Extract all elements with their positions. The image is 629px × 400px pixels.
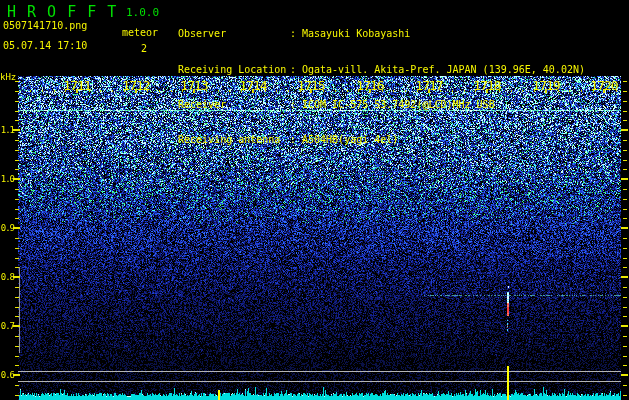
info-value: ICOM IC-575 53.7492(@LCD)MHz USB xyxy=(302,99,495,111)
app-title: H R O F F T xyxy=(7,3,117,21)
time-tick-label: 1720 xyxy=(590,78,617,93)
output-file-name: 0507141710.png xyxy=(3,20,87,31)
info-label: Observer xyxy=(178,28,290,40)
info-row-antenna: Receiving antenna:A504HB(yagi 4el) xyxy=(178,134,585,146)
meteor-count: 2 xyxy=(141,43,147,54)
time-tick-label: 1713 xyxy=(180,78,207,93)
info-colon: : xyxy=(290,99,302,111)
info-value: Ogata-vill. Akita-Pref. JAPAN (139.96E, … xyxy=(302,64,585,76)
freq-tick-label: 1.0 xyxy=(0,174,14,184)
time-tick-label: 1715 xyxy=(297,78,324,93)
mode-label: meteor xyxy=(122,27,158,38)
info-value: Masayuki Kobayashi xyxy=(302,28,410,40)
info-colon: : xyxy=(290,28,302,40)
time-tick-label: 1711 xyxy=(63,78,90,93)
info-row-receiver: Receiver:ICOM IC-575 53.7492(@LCD)MHz US… xyxy=(178,99,585,111)
info-label: Receiving Location xyxy=(178,64,290,76)
time-tick-label: 1714 xyxy=(239,78,266,93)
freq-tick-label: 0.8 xyxy=(0,272,14,282)
freq-tick-label: 1.1 xyxy=(0,125,14,135)
freq-tick-label: 0.9 xyxy=(0,223,14,233)
info-value: A504HB(yagi 4el) xyxy=(302,134,398,146)
time-tick-label: 1712 xyxy=(122,78,149,93)
info-colon: : xyxy=(290,64,302,76)
hrofft-screen: H R O F F T 1.0.0 0507141710.png meteor … xyxy=(0,0,629,400)
time-tick-label: 1718 xyxy=(473,78,500,93)
freq-tick-label: 0.7 xyxy=(0,321,14,331)
time-tick-label: 1719 xyxy=(532,78,559,93)
freq-tick-label: 0.6 xyxy=(0,370,14,380)
time-tick-label: 1716 xyxy=(356,78,383,93)
info-label: Receiving antenna xyxy=(178,134,290,146)
freq-unit-label: kHz xyxy=(0,72,16,82)
info-label: Receiver xyxy=(178,99,290,111)
info-row-observer: Observer:Masayuki Kobayashi xyxy=(178,28,585,40)
time-tick-label: 1717 xyxy=(415,78,442,93)
observation-datetime: 05.07.14 17:10 xyxy=(3,40,87,51)
info-row-location: Receiving Location:Ogata-vill. Akita-Pre… xyxy=(178,64,585,76)
info-colon: : xyxy=(290,134,302,146)
app-version: 1.0.0 xyxy=(126,6,159,19)
